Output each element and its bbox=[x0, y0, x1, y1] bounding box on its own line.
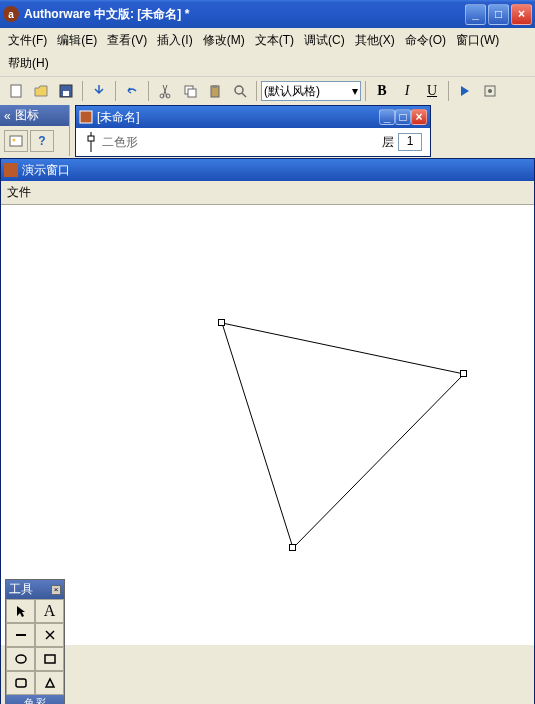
vertex-handle[interactable] bbox=[218, 319, 225, 326]
text-tool[interactable]: A bbox=[35, 599, 64, 623]
svg-rect-15 bbox=[80, 111, 92, 123]
svg-rect-2 bbox=[63, 91, 69, 96]
menu-text[interactable]: 文本(T) bbox=[251, 30, 298, 51]
palette-close-button[interactable]: × bbox=[51, 585, 61, 595]
flow-item-label[interactable]: 二色形 bbox=[102, 134, 138, 151]
menu-insert[interactable]: 插入(I) bbox=[153, 30, 196, 51]
dropdown-arrow-icon: ▾ bbox=[352, 84, 358, 98]
tools-palette-title: 工具 bbox=[9, 581, 33, 598]
doc-icon bbox=[79, 110, 93, 124]
svg-point-22 bbox=[16, 655, 26, 663]
doc-minimize-button[interactable]: _ bbox=[379, 109, 395, 125]
presentation-window: 演示窗口 文件 工具 × A bbox=[0, 158, 535, 704]
presentation-menu-file[interactable]: 文件 bbox=[7, 185, 31, 199]
tools-palette-header[interactable]: 工具 × bbox=[6, 580, 64, 599]
toolbar-separator bbox=[82, 81, 83, 101]
control-panel-button[interactable] bbox=[478, 79, 502, 103]
roundrect-tool[interactable] bbox=[6, 671, 35, 695]
icons-panel-header: « 图标 bbox=[0, 105, 69, 126]
presentation-menubar: 文件 bbox=[1, 181, 534, 205]
menubar: 文件(F) 编辑(E) 查看(V) 插入(I) 修改(M) 文本(T) 调试(C… bbox=[0, 28, 535, 76]
doc-titlebar: [未命名] _ □ × bbox=[76, 106, 430, 128]
maximize-button[interactable]: □ bbox=[488, 4, 509, 25]
rect-tool[interactable] bbox=[35, 647, 64, 671]
svg-rect-23 bbox=[45, 655, 55, 663]
menu-view[interactable]: 查看(V) bbox=[103, 30, 151, 51]
window-title: Authorware 中文版: [未命名] * bbox=[24, 6, 465, 23]
toolbar-separator bbox=[148, 81, 149, 101]
run-button[interactable] bbox=[453, 79, 477, 103]
line-tool[interactable] bbox=[6, 623, 35, 647]
colors-section-label: 色 彩 bbox=[6, 695, 64, 704]
level-input[interactable]: 1 bbox=[398, 133, 422, 151]
doc-close-button[interactable]: × bbox=[411, 109, 427, 125]
toolbar-separator bbox=[448, 81, 449, 101]
toolbar-separator bbox=[256, 81, 257, 101]
app-icon: a bbox=[3, 6, 19, 22]
svg-rect-17 bbox=[88, 136, 94, 141]
svg-rect-13 bbox=[10, 136, 22, 146]
menu-edit[interactable]: 编辑(E) bbox=[53, 30, 101, 51]
undo-button[interactable] bbox=[120, 79, 144, 103]
svg-rect-0 bbox=[11, 85, 21, 97]
menu-help[interactable]: 帮助(H) bbox=[4, 53, 53, 74]
menu-other[interactable]: 其他(X) bbox=[351, 30, 399, 51]
menu-window[interactable]: 窗口(W) bbox=[452, 30, 503, 51]
svg-point-14 bbox=[13, 139, 16, 142]
presentation-icon bbox=[4, 163, 18, 177]
presentation-title: 演示窗口 bbox=[22, 162, 70, 179]
tools-palette: 工具 × A 色 彩 A bbox=[5, 579, 65, 704]
icons-panel: « 图标 ? bbox=[0, 105, 70, 156]
find-button[interactable] bbox=[228, 79, 252, 103]
menu-file[interactable]: 文件(F) bbox=[4, 30, 51, 51]
doc-maximize-button[interactable]: □ bbox=[395, 109, 411, 125]
level-indicator: 层 1 bbox=[382, 133, 422, 151]
new-button[interactable] bbox=[4, 79, 28, 103]
bold-button[interactable]: B bbox=[370, 79, 394, 103]
polygon-tool[interactable] bbox=[35, 671, 64, 695]
svg-point-9 bbox=[235, 86, 243, 94]
workspace: « 图标 ? [未命名] _ □ × 二色形 层 1 bbox=[0, 105, 535, 704]
style-dropdown[interactable]: (默认风格) ▾ bbox=[261, 81, 361, 101]
svg-point-12 bbox=[488, 89, 492, 93]
doc-content: 二色形 层 1 bbox=[76, 128, 430, 156]
italic-button[interactable]: I bbox=[395, 79, 419, 103]
vertex-handle[interactable] bbox=[289, 544, 296, 551]
svg-rect-24 bbox=[16, 679, 26, 687]
menu-command[interactable]: 命令(O) bbox=[401, 30, 450, 51]
presentation-titlebar: 演示窗口 bbox=[1, 159, 534, 181]
toolbar: (默认风格) ▾ B I U bbox=[0, 76, 535, 105]
panel-expand-icon[interactable]: « bbox=[4, 109, 11, 123]
menu-modify[interactable]: 修改(M) bbox=[199, 30, 249, 51]
copy-button[interactable] bbox=[178, 79, 202, 103]
pointer-tool[interactable] bbox=[6, 599, 35, 623]
toolbar-separator bbox=[365, 81, 366, 101]
icons-panel-body: ? bbox=[0, 126, 69, 156]
window-controls: _ □ × bbox=[465, 4, 532, 25]
diagonal-tool[interactable] bbox=[35, 623, 64, 647]
svg-rect-6 bbox=[188, 89, 196, 97]
tool-grid: A bbox=[6, 599, 64, 695]
document-window: [未命名] _ □ × 二色形 层 1 bbox=[75, 105, 431, 157]
triangle-shape[interactable] bbox=[141, 305, 461, 585]
help-button[interactable]: ? bbox=[30, 130, 54, 152]
save-all-button[interactable] bbox=[54, 79, 78, 103]
vertex-handle[interactable] bbox=[460, 370, 467, 377]
cut-button[interactable] bbox=[153, 79, 177, 103]
svg-marker-18 bbox=[222, 323, 461, 548]
style-selected-text: (默认风格) bbox=[264, 83, 320, 100]
toolbar-separator bbox=[115, 81, 116, 101]
import-button[interactable] bbox=[87, 79, 111, 103]
oval-tool[interactable] bbox=[6, 647, 35, 671]
main-titlebar: a Authorware 中文版: [未命名] * _ □ × bbox=[0, 0, 535, 28]
display-icon-button[interactable] bbox=[4, 130, 28, 152]
minimize-button[interactable]: _ bbox=[465, 4, 486, 25]
close-button[interactable]: × bbox=[511, 4, 532, 25]
svg-rect-8 bbox=[213, 85, 217, 88]
icons-panel-title: 图标 bbox=[15, 107, 39, 124]
open-button[interactable] bbox=[29, 79, 53, 103]
canvas[interactable] bbox=[1, 205, 534, 645]
menu-debug[interactable]: 调试(C) bbox=[300, 30, 349, 51]
underline-button[interactable]: U bbox=[420, 79, 444, 103]
paste-button[interactable] bbox=[203, 79, 227, 103]
